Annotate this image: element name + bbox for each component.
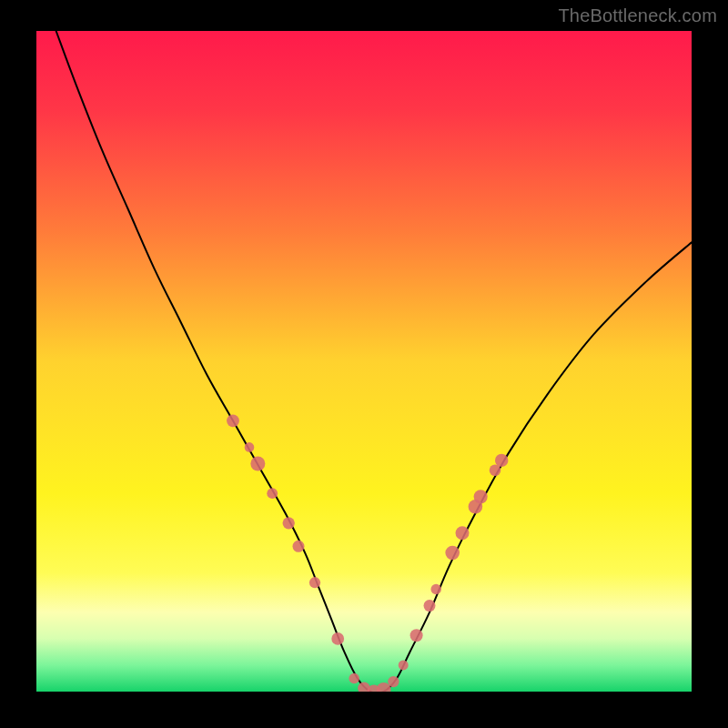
- marker-point: [445, 546, 460, 561]
- marker-point: [431, 584, 441, 594]
- marker-point: [331, 632, 344, 645]
- chart-svg: [36, 31, 692, 692]
- marker-point: [245, 442, 255, 452]
- marker-point: [283, 517, 295, 529]
- chart-frame: TheBottleneck.com: [0, 0, 728, 728]
- marker-point: [388, 676, 399, 687]
- marker-point: [227, 414, 239, 427]
- marker-point: [309, 577, 320, 588]
- marker-point: [399, 660, 409, 670]
- marker-point: [293, 541, 305, 552]
- marker-point: [267, 488, 278, 499]
- marker-point: [424, 600, 436, 612]
- marker-point: [349, 673, 359, 684]
- watermark-text: TheBottleneck.com: [558, 5, 717, 26]
- marker-point: [250, 457, 265, 471]
- marker-point: [495, 454, 508, 467]
- marker-point: [456, 526, 470, 540]
- plot-area: [36, 31, 692, 692]
- marker-point: [410, 629, 423, 642]
- gradient-bg: [36, 31, 692, 692]
- marker-point: [474, 490, 488, 503]
